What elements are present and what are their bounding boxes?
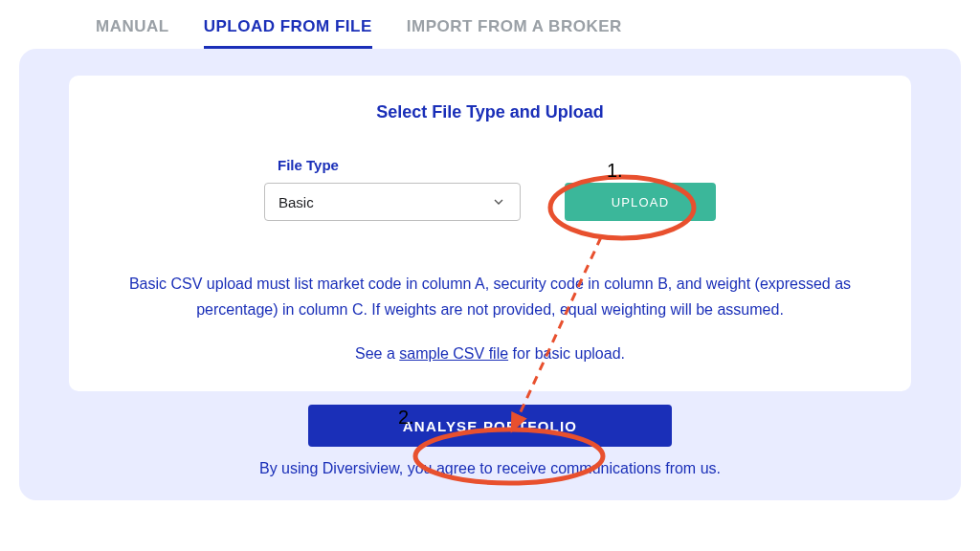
file-type-label: File Type <box>278 157 339 173</box>
upload-button[interactable]: UPLOAD <box>565 183 716 221</box>
file-type-field: File Type Basic <box>264 157 521 221</box>
annotation-label-1: 1. <box>607 160 623 182</box>
file-type-select[interactable]: Basic <box>264 183 521 221</box>
upload-row: File Type Basic UPLOAD <box>107 157 873 221</box>
sample-line: See a sample CSV file for basic upload. <box>107 345 873 363</box>
tab-import-from-broker[interactable]: IMPORT FROM A BROKER <box>407 17 622 49</box>
chevron-down-icon <box>491 194 506 209</box>
file-type-value: Basic <box>278 194 491 210</box>
upload-card: Select File Type and Upload File Type Ba… <box>69 76 911 391</box>
analyse-portfolio-button[interactable]: ANALYSE PORTFOLIO <box>308 405 672 447</box>
sample-suffix: for basic upload. <box>513 345 625 362</box>
sample-csv-link[interactable]: sample CSV file <box>399 345 508 362</box>
tab-manual[interactable]: MANUAL <box>96 17 169 49</box>
analyse-wrap: ANALYSE PORTFOLIO <box>69 405 911 447</box>
upload-panel: Select File Type and Upload File Type Ba… <box>19 49 961 500</box>
panel-title: Select File Type and Upload <box>107 102 873 122</box>
tab-bar: MANUAL UPLOAD FROM FILE IMPORT FROM A BR… <box>0 0 980 49</box>
annotation-label-2: 2. <box>398 407 414 429</box>
sample-prefix: See a <box>355 345 399 362</box>
agree-text: By using Diversiview, you agree to recei… <box>69 460 911 477</box>
help-text: Basic CSV upload must list market code i… <box>126 271 854 322</box>
tab-upload-from-file[interactable]: UPLOAD FROM FILE <box>204 17 372 49</box>
